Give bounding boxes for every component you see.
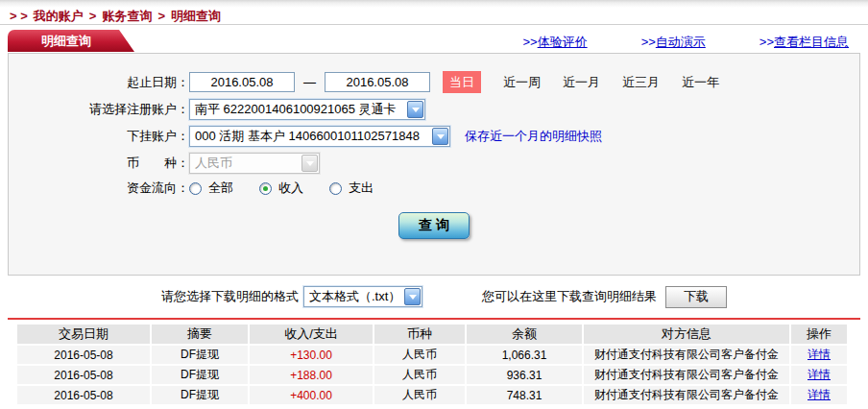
- query-form: 起止日期： — 当日 近一周近一月近三月近一年 请选择注册账户： 南平 6222…: [8, 53, 860, 276]
- quick-range-2[interactable]: 近三月: [622, 75, 660, 89]
- red-divider: [8, 318, 860, 320]
- cell-balance: 1,066.31: [467, 346, 582, 364]
- quick-ranges: 近一周近一月近三月近一年: [481, 74, 719, 91]
- currency-row: 币 种： 人民币: [9, 153, 859, 174]
- table-row: 2016-05-08DF提现+188.00人民币936.31财付通支付科技有限公…: [17, 366, 847, 384]
- column-header-3: 币种: [374, 325, 465, 344]
- cell-date: 2016-05-08: [17, 386, 150, 404]
- cell-counterparty: 财付通支付科技有限公司客户备付金: [584, 366, 789, 384]
- download-format-label: 请您选择下载明细的格式: [161, 288, 299, 305]
- date-range-row: 起止日期： — 当日 近一周近一月近三月近一年: [9, 71, 859, 93]
- chevrons-icon: >>: [641, 35, 656, 49]
- download-format-select[interactable]: 文本格式（.txt）: [303, 286, 422, 307]
- column-header-2: 收入/支出: [250, 325, 373, 344]
- flow-option-0[interactable]: 全部: [189, 180, 233, 197]
- table-row: 2016-05-08DF提现+130.00人民币1,066.31财付通支付科技有…: [17, 346, 847, 364]
- section-header: 明细查询 >>体验评价>>自动演示>>查看栏目信息: [0, 28, 868, 53]
- tab-detail-query[interactable]: 明细查询: [8, 30, 134, 52]
- cell-action: 详情: [791, 346, 847, 364]
- quick-range-0[interactable]: 近一周: [503, 75, 541, 89]
- sub-account-select[interactable]: 000 活期 基本户 1406600101102571848: [189, 126, 450, 147]
- header-link-label: 体验评价: [538, 35, 588, 49]
- header-link-0[interactable]: >>体验评价: [522, 34, 587, 51]
- cell-summary: DF提现: [152, 346, 248, 364]
- sub-account-row: 下挂账户： 000 活期 基本户 1406600101102571848 保存近…: [9, 126, 859, 147]
- breadcrumb-separator: >: [89, 9, 97, 23]
- date-to-input[interactable]: [325, 72, 430, 92]
- currency-select: 人民币: [189, 153, 320, 174]
- radio-unchecked-icon[interactable]: [329, 182, 342, 195]
- column-header-1: 摘要: [152, 325, 248, 344]
- column-header-4: 余额: [467, 325, 582, 344]
- download-format-value: 文本格式（.txt）: [309, 288, 400, 305]
- breadcrumb-item-1[interactable]: 账务查询: [102, 9, 152, 23]
- flow-options: 全部收入支出: [189, 180, 399, 198]
- currency-value: 人民币: [195, 155, 232, 172]
- header-link-label: 自动演示: [656, 35, 706, 49]
- breadcrumb-item-0[interactable]: 我的账户: [34, 9, 84, 23]
- cell-summary: DF提现: [152, 366, 248, 384]
- sub-account-label: 下挂账户：: [9, 128, 189, 145]
- radio-unchecked-icon[interactable]: [189, 182, 202, 195]
- registered-account-label: 请选择注册账户：: [9, 101, 189, 118]
- header-link-1[interactable]: >>自动演示: [641, 34, 706, 51]
- sub-account-value: 000 活期 基本户 1406600101102571848: [195, 128, 420, 145]
- header-link-label: 查看栏目信息: [774, 35, 849, 49]
- cell-currency: 人民币: [374, 346, 465, 364]
- cell-counterparty: 财付通支付科技有限公司客户备付金: [584, 346, 789, 364]
- header-link-2[interactable]: >>查看栏目信息: [760, 34, 849, 51]
- cell-counterparty: 财付通支付科技有限公司客户备付金: [584, 386, 789, 404]
- cell-date: 2016-05-08: [17, 366, 150, 384]
- currency-label: 币 种：: [9, 155, 189, 172]
- snapshot-link[interactable]: 保存近一个月的明细快照: [465, 128, 602, 145]
- flow-option-2[interactable]: 支出: [329, 180, 374, 197]
- flow-option-label: 收入: [278, 180, 303, 197]
- query-button-row: 查 询: [9, 212, 859, 239]
- radio-checked-icon[interactable]: [259, 182, 272, 195]
- flow-row: 资金流向： 全部收入支出: [9, 180, 859, 198]
- registered-account-value: 南平 6222001406100921065 灵通卡: [195, 101, 397, 118]
- breadcrumb: > >我的账户>账务查询>明细查询: [0, 0, 868, 23]
- dropdown-arrow-icon[interactable]: [432, 128, 448, 145]
- detail-link[interactable]: 详情: [808, 388, 831, 401]
- breadcrumb-item-2[interactable]: 明细查询: [171, 9, 221, 23]
- registered-account-select[interactable]: 南平 6222001406100921065 灵通卡: [189, 99, 425, 120]
- cell-action: 详情: [791, 366, 847, 384]
- download-row: 请您选择下载明细的格式 文本格式（.txt） 您可以在这里下载查询明细结果 下载: [161, 285, 868, 308]
- chevrons-icon: >>: [760, 35, 774, 49]
- flow-option-label: 支出: [349, 180, 374, 197]
- today-button[interactable]: 当日: [443, 71, 481, 93]
- dropdown-arrow-icon[interactable]: [404, 288, 421, 305]
- cell-date: 2016-05-08: [17, 346, 150, 364]
- quick-range-3[interactable]: 近一年: [682, 75, 719, 89]
- transactions-body: 2016-05-08DF提现+130.00人民币1,066.31财付通支付科技有…: [17, 346, 847, 404]
- cell-summary: DF提现: [152, 386, 248, 404]
- cell-action: 详情: [791, 386, 847, 404]
- breadcrumb-separator: >: [157, 9, 165, 23]
- table-header-row: 交易日期摘要收入/支出币种余额对方信息操作: [17, 325, 847, 344]
- query-button[interactable]: 查 询: [398, 212, 470, 239]
- cell-amount: +400.00: [250, 386, 373, 404]
- quick-range-1[interactable]: 近一月: [563, 75, 600, 89]
- detail-query-page: > >我的账户>账务查询>明细查询 明细查询 >>体验评价>>自动演示>>查看栏…: [0, 0, 868, 409]
- cell-balance: 936.31: [467, 366, 582, 384]
- flow-option-label: 全部: [208, 180, 233, 197]
- download-result-label: 您可以在这里下载查询明细结果: [482, 288, 657, 305]
- header-links: >>体验评价>>自动演示>>查看栏目信息: [522, 34, 849, 51]
- detail-link[interactable]: 详情: [808, 368, 831, 381]
- chevrons-icon: >>: [522, 35, 537, 49]
- detail-link[interactable]: 详情: [808, 348, 831, 361]
- column-header-6: 操作: [791, 325, 847, 344]
- date-range-label: 起止日期：: [9, 74, 189, 91]
- dropdown-arrow-icon: [301, 155, 318, 172]
- dropdown-arrow-icon[interactable]: [407, 101, 423, 118]
- column-header-5: 对方信息: [584, 325, 789, 344]
- cell-balance: 748.31: [467, 386, 582, 404]
- date-dash: —: [303, 75, 316, 89]
- cell-currency: 人民币: [374, 366, 465, 384]
- cell-amount: +188.00: [250, 366, 373, 384]
- download-button[interactable]: 下载: [665, 286, 727, 308]
- date-from-input[interactable]: [189, 72, 295, 92]
- transactions-table: 交易日期摘要收入/支出币种余额对方信息操作 2016-05-08DF提现+130…: [15, 323, 849, 406]
- flow-option-1[interactable]: 收入: [259, 180, 303, 197]
